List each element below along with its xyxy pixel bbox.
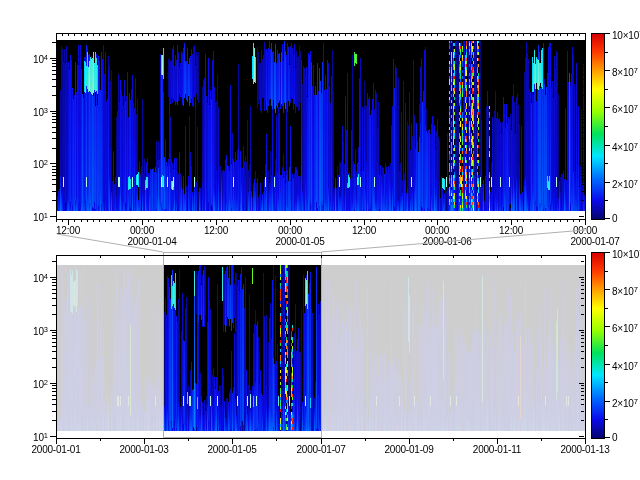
y-minor-tick (52, 335, 56, 336)
colorbar-major-tick (605, 145, 610, 146)
x-minor-tick-inward (111, 34, 112, 36)
y-minor-tick-inward (581, 191, 584, 192)
x-minor-tick (468, 219, 469, 222)
colorbar-tick-label: 0 (612, 213, 617, 225)
y-minor-tick-inward (581, 282, 584, 283)
y-minor-tick (52, 63, 56, 64)
x-minor-tick (148, 219, 149, 222)
y-major-tick-inward (579, 111, 584, 112)
y-minor-tick (52, 282, 56, 283)
x-minor-tick-inward (105, 34, 106, 36)
colorbar-major-tick (605, 252, 610, 253)
x-minor-tick (62, 219, 63, 222)
x-minor-tick (56, 219, 57, 222)
colorbar-gradient (592, 253, 604, 438)
y-minor-tick-inward (581, 127, 584, 128)
colorbar-tick-label: 10×107 (612, 246, 640, 261)
x-minor-tick (333, 219, 334, 222)
x-minor-tick-inward (228, 34, 229, 36)
x-minor-tick (462, 219, 463, 222)
colorbar-tick-label: 8×107 (612, 64, 638, 79)
y-minor-tick-inward (581, 332, 584, 333)
colorbar-major-tick (605, 289, 610, 290)
colorbar-minor-tick (605, 419, 608, 420)
y-minor-tick (52, 127, 56, 128)
x-minor-tick-inward (530, 34, 531, 36)
x-minor-tick-inward (81, 34, 82, 36)
x-minor-tick (548, 219, 549, 222)
y-minor-tick-inward (581, 66, 584, 67)
x-minor-tick (541, 438, 542, 441)
x-tick-label: 2000-01-01 (31, 444, 80, 456)
x-minor-tick-inward (468, 34, 469, 36)
x-minor-tick-inward (511, 34, 512, 36)
spectrogram-canvas-zoomed[interactable] (57, 40, 585, 211)
y-minor-tick (52, 113, 56, 114)
x-minor-tick-inward (191, 34, 192, 36)
colorbar-major-tick (605, 107, 610, 108)
y-minor-tick (52, 179, 56, 180)
y-minor-tick (52, 261, 56, 262)
y-minor-tick-inward (581, 420, 584, 421)
x-minor-tick (345, 219, 346, 222)
x-tick-label: 12:00 (499, 225, 523, 237)
x-minor-tick (370, 219, 371, 222)
x-minor-tick (222, 219, 223, 222)
x-minor-tick-inward (505, 34, 506, 36)
x-minor-tick-inward (173, 34, 174, 36)
x-date-label: 2000-01-06 (422, 236, 471, 248)
x-minor-tick (536, 219, 537, 222)
x-minor-tick (191, 219, 192, 222)
x-minor-tick (314, 219, 315, 222)
y-minor-tick (52, 184, 56, 185)
x-minor-tick (321, 219, 322, 222)
x-minor-tick-inward (327, 34, 328, 36)
x-minor-tick-inward (321, 34, 322, 36)
x-minor-tick-inward (437, 34, 438, 36)
colorbar-major-tick (605, 182, 610, 183)
x-tick-label: 12:00 (352, 225, 376, 237)
x-minor-tick-inward (419, 34, 420, 36)
x-minor-tick (456, 219, 457, 222)
x-minor-tick-inward (216, 34, 217, 36)
y-major-tick-inward (579, 436, 584, 437)
x-minor-tick (480, 219, 481, 222)
x-minor-tick-inward (74, 34, 75, 36)
x-minor-tick (81, 219, 82, 222)
x-tick-label: 2000-01-11 (473, 444, 521, 456)
y-major-tick (50, 216, 56, 217)
x-minor-tick-inward (536, 34, 537, 36)
x-minor-tick-inward (99, 34, 100, 36)
y-major-tick-inward (579, 216, 584, 217)
y-minor-tick (52, 122, 56, 123)
y-minor-tick (52, 351, 56, 352)
x-minor-tick (425, 219, 426, 222)
x-minor-tick-inward (453, 256, 454, 258)
x-minor-tick (93, 219, 94, 222)
y-minor-tick-inward (581, 388, 584, 389)
y-minor-tick (52, 86, 56, 87)
x-minor-tick-inward (277, 34, 278, 36)
x-minor-tick (339, 219, 340, 222)
x-minor-tick (210, 219, 211, 222)
x-date-label: 2000-01-04 (127, 236, 176, 248)
y-minor-tick-inward (581, 335, 584, 336)
y-minor-tick (52, 314, 56, 315)
x-minor-tick (407, 219, 408, 222)
x-minor-tick (450, 219, 451, 222)
y-minor-tick (52, 367, 56, 368)
y-major-tick (50, 58, 56, 59)
y-minor-tick (52, 172, 56, 173)
y-major-tick (50, 436, 56, 437)
x-minor-tick (560, 219, 561, 222)
x-tick-label: 2000-01-05 (207, 444, 256, 456)
x-minor-tick (228, 219, 229, 222)
x-minor-tick-inward (93, 34, 94, 36)
x-minor-tick-inward (541, 256, 542, 258)
y-minor-tick-inward (581, 60, 584, 61)
x-minor-tick (284, 219, 285, 222)
x-minor-tick-inward (234, 34, 235, 36)
colorbar-major-tick (605, 326, 610, 327)
x-minor-tick (296, 219, 297, 222)
time-selection-box[interactable] (163, 252, 322, 438)
